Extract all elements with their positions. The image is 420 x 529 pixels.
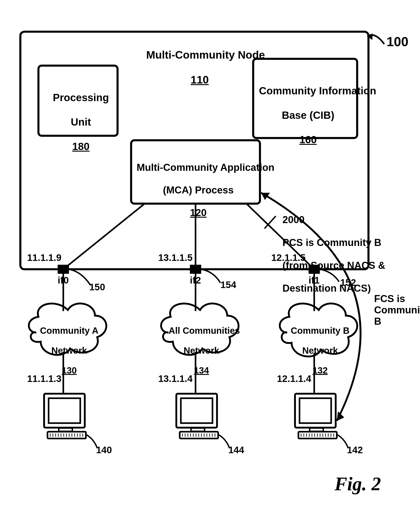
cloud-b: Community B Network 132: [284, 316, 352, 375]
svg-rect-17: [49, 398, 80, 423]
mca-ref: 120: [190, 207, 207, 218]
host-all-ip: 13.1.1.4: [158, 373, 193, 384]
cib-l1: Community Information: [259, 85, 376, 97]
pcs-annotation: 2000 PCS is Community B (from Source NAC…: [277, 202, 385, 294]
pcs-l1: PCS is Community B: [282, 237, 381, 248]
cloud-all-l1: All Communities: [169, 326, 240, 336]
svg-rect-52: [310, 428, 323, 431]
mca-box: Multi-Community Application (MCA) Proces…: [131, 150, 260, 218]
port-ref-154: 154: [220, 279, 236, 290]
cloud-a-l1: Community A: [40, 326, 99, 336]
svg-rect-7: [58, 265, 69, 274]
cloud-all: All Communities Network 134: [164, 316, 234, 375]
cloud-all-l2: Network: [184, 345, 219, 356]
if0-ip: 11.1.1.9: [27, 252, 62, 263]
svg-rect-35: [191, 428, 204, 431]
if2-ip: 13.1.1.5: [158, 252, 193, 263]
svg-rect-34: [181, 398, 213, 423]
port-ref-150: 150: [89, 282, 105, 292]
host-a-ref: 140: [96, 445, 112, 455]
host-b-ip: 12.1.1.4: [277, 373, 311, 384]
pcs-ref: 2000: [282, 214, 305, 225]
processing-unit-ref: 180: [72, 141, 89, 152]
cib-ref: 160: [299, 134, 317, 145]
node-title-line1: Multi-Community Node: [146, 49, 265, 61]
svg-rect-18: [59, 428, 72, 431]
processing-unit: Processing Unit 180: [38, 79, 117, 153]
host-all-ref: 144: [228, 445, 244, 455]
fcs-annotation: FCS is Community B: [374, 293, 420, 327]
svg-rect-51: [300, 398, 331, 423]
node-title: Multi-Community Node 110: [140, 36, 253, 86]
mca-l1: Multi-Community Application: [137, 162, 274, 173]
cloud-b-ref: 132: [313, 365, 328, 375]
cib-box: Community Information Base (CIB) 160: [253, 72, 357, 146]
system-ref-label: 100: [387, 34, 408, 49]
host-a-ip: 11.1.1.3: [27, 373, 62, 384]
mca-l2: (MCA) Process: [163, 185, 234, 196]
cloud-b-l2: Network: [302, 345, 338, 356]
host-b-ref: 142: [347, 445, 363, 455]
cloud-all-ref: 134: [194, 365, 209, 375]
node-title-ref: 110: [191, 74, 209, 86]
processing-unit-l1: Processing: [53, 92, 109, 103]
figure-label: Fig. 2: [334, 473, 381, 495]
cloud-a-l2: Network: [51, 345, 87, 356]
pcs-l3: Destination NACS): [282, 283, 371, 294]
if0-name: if0: [58, 275, 69, 286]
pcs-l2: (from Source NACS &: [282, 260, 385, 271]
svg-rect-8: [190, 265, 201, 274]
cloud-a: Community A Network 130: [33, 316, 101, 375]
cloud-a-ref: 130: [62, 365, 77, 375]
cib-l2: Base (CIB): [282, 109, 334, 121]
processing-unit-l2: Unit: [71, 116, 91, 128]
if2-name: if2: [190, 275, 201, 286]
cloud-b-l1: Community B: [291, 326, 349, 336]
